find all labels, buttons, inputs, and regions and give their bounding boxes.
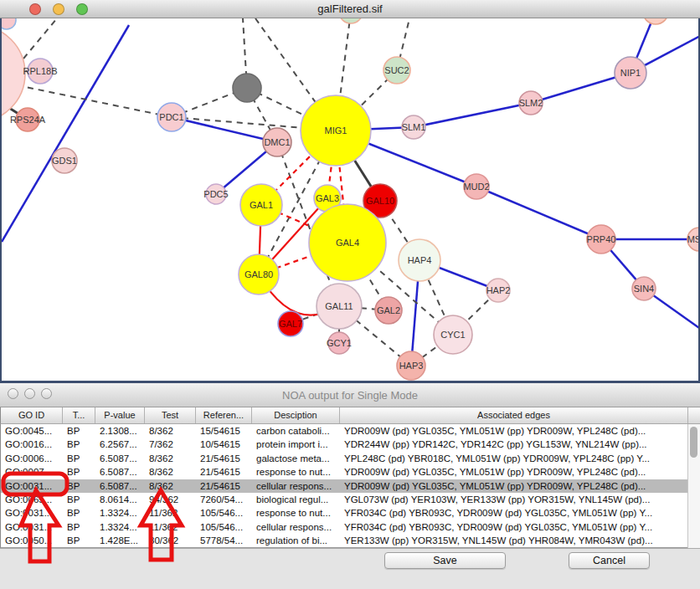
node-label: GAL1	[250, 200, 273, 210]
cell-p_value: 6.5087...	[95, 479, 145, 493]
node-dmc1[interactable]: DMC1	[263, 128, 291, 156]
node-label: GAL2	[377, 305, 400, 315]
node-label: CYC1	[440, 330, 465, 340]
network-window-title: galFiltered.sif	[0, 3, 700, 15]
table-row[interactable]: GO:0045...BP2.1308...8/36215/54615carbon…	[1, 424, 700, 438]
table-row[interactable]: GO:0006...BP6.5087...8/36221/54615galact…	[1, 452, 700, 465]
cell-test: 8/362	[145, 452, 196, 465]
node-label: HAP3	[399, 361, 424, 371]
node-label: HAP4	[408, 255, 432, 265]
node-label: SLM1	[402, 122, 426, 132]
cell-type: BP	[63, 534, 95, 547]
node-gcy1[interactable]: GCY1	[327, 332, 352, 354]
edge-blue[interactable]	[414, 103, 531, 127]
scrollbar-thumb[interactable]	[690, 427, 697, 458]
results-table-header: GO IDT...P-valueTestReferen...Desciption…	[0, 407, 700, 424]
table-row[interactable]: GO:0016...BP6.2567...7/36210/54615protei…	[1, 438, 700, 451]
cell-description: response to nut...	[252, 465, 340, 479]
node-partial-topcenter[interactable]	[339, 18, 363, 23]
node-slm2[interactable]: SLM2	[519, 91, 543, 115]
node-prp40[interactable]: PRP40	[587, 225, 616, 254]
cell-go_id: GO:0050...	[1, 534, 63, 547]
column-header-p_value[interactable]: P-value	[95, 407, 145, 423]
node-gal80[interactable]: GAL80	[239, 254, 279, 294]
table-row[interactable]: GO:0031...BP6.5087...8/36221/54615cellul…	[1, 479, 700, 493]
table-row[interactable]: GO:0050...BP1.428E...80/3625778/54...reg…	[1, 534, 700, 547]
edge-dash[interactable]	[23, 18, 57, 59]
cell-description: carbon cataboli...	[252, 424, 340, 438]
cell-go_id: GO:0031...	[1, 520, 63, 534]
table-row[interactable]: GO:0031...BP1.3324...11/362105/546...cel…	[1, 520, 700, 534]
noa-panel-titlebar[interactable]: NOA output for Single Mode	[0, 381, 700, 407]
node-gal4[interactable]: GAL4	[309, 204, 386, 281]
column-header-test[interactable]: Test	[145, 407, 196, 423]
column-header-associated_edges[interactable]: Associated edges	[340, 407, 688, 423]
node-msl1[interactable]: MSL1	[687, 228, 698, 251]
cell-test: 7/362	[145, 438, 196, 451]
node-mud2[interactable]: MUD2	[463, 174, 489, 199]
results-table-body: GO:0045...BP2.1308...8/36215/54615carbon…	[0, 424, 700, 548]
cell-reference: 21/54615	[196, 452, 252, 465]
table-row[interactable]: GO:0031...BP1.3324...11/362105/546...res…	[1, 506, 700, 520]
network-window-titlebar[interactable]: galFiltered.sif	[0, 0, 700, 18]
node-label: GCY1	[327, 338, 352, 348]
node-gal1[interactable]: GAL1	[240, 184, 282, 226]
cell-description: biological regul...	[252, 493, 340, 506]
node-rpl18b[interactable]: RPL18B	[23, 59, 58, 84]
cell-type: BP	[63, 465, 95, 479]
cell-go_id: GO:0065...	[1, 493, 63, 506]
node-label: PDC1	[159, 112, 183, 122]
node-label: GAL4	[336, 238, 359, 248]
node-partial-topleft[interactable]	[2, 18, 16, 29]
node-gds1[interactable]: GDS1	[52, 148, 77, 173]
save-button[interactable]: Save	[384, 552, 506, 569]
edge-blue[interactable]	[476, 187, 601, 239]
column-header-reference[interactable]: Referen...	[196, 407, 252, 423]
network-graph[interactable]: RPL18BRPS24AGDS1PDC1DMC1MIG1PDC5SUC2SLM1…	[2, 18, 698, 381]
node-label: DMC1	[264, 137, 290, 147]
node-slm1[interactable]: SLM1	[402, 115, 426, 139]
cell-p_value: 6.5087...	[95, 452, 145, 465]
table-row[interactable]: GO:0065...BP8.0614...94/3627260/54...bio…	[1, 493, 700, 506]
node-hap3[interactable]: HAP3	[397, 351, 425, 380]
cell-associated_edges: YDR009W (pd) YGL035C, YML051W (pp) YDR00…	[340, 479, 688, 493]
node-mig1[interactable]: MIG1	[301, 95, 371, 166]
cancel-button[interactable]: Cancel	[569, 552, 650, 569]
cell-reference: 10/54615	[196, 438, 252, 451]
cell-test: 11/362	[145, 506, 196, 520]
cell-associated_edges: YFR034C (pd) YBR093C, YDR009W (pd) YGL03…	[340, 506, 688, 520]
cell-p_value: 6.5087...	[95, 465, 145, 479]
cell-associated_edges: YFR034C (pd) YBR093C, YDR009W (pd) YGL03…	[340, 520, 688, 534]
node-hap2[interactable]: HAP2	[486, 279, 511, 302]
column-header-description[interactable]: Desciption	[252, 407, 340, 423]
table-row[interactable]: GO:0007...BP6.5087...8/36221/54615respon…	[1, 465, 700, 479]
cell-go_id: GO:0031...	[1, 479, 63, 493]
node-label: GAL10	[366, 196, 394, 206]
cell-test: 94/362	[145, 493, 196, 506]
node-suc2[interactable]: SUC2	[383, 57, 410, 84]
node-label: SUC2	[384, 65, 409, 75]
cell-test: 11/362	[145, 520, 196, 534]
noa-panel-title: NOA output for Single Mode	[0, 389, 700, 402]
node-gal2[interactable]: GAL2	[375, 297, 402, 324]
cell-associated_edges: YDR009W (pd) YGL035C, YML051W (pp) YDR00…	[340, 465, 688, 479]
node-partial-topright[interactable]	[643, 18, 668, 24]
node-hap4[interactable]: HAP4	[399, 239, 440, 281]
cell-description: regulation of bi...	[252, 534, 340, 547]
edge-blue[interactable]	[172, 117, 277, 142]
node-pdc1[interactable]: PDC1	[157, 103, 186, 131]
node-cyc1[interactable]: CYC1	[434, 315, 472, 354]
vertical-scrollbar[interactable]	[687, 424, 700, 548]
node-gal11[interactable]: GAL11	[317, 284, 362, 329]
node-gal7[interactable]: GAL7	[278, 311, 303, 336]
node-sin4[interactable]: SIN4	[632, 277, 656, 300]
node-label: NIP1	[620, 68, 641, 78]
column-header-go_id[interactable]: GO ID	[1, 407, 63, 423]
node-label: GAL80	[244, 269, 273, 279]
application-window: galFiltered.sif RPL18BRPS24AGDS1PDC1DMC1…	[0, 0, 700, 589]
node-gray-unlabeled[interactable]	[233, 74, 261, 102]
column-header-type[interactable]: T...	[63, 407, 95, 423]
node-large-unlabeled[interactable]	[2, 25, 25, 122]
node-nip1[interactable]: NIP1	[615, 57, 646, 89]
network-view[interactable]: RPL18BRPS24AGDS1PDC1DMC1MIG1PDC5SUC2SLM1…	[0, 18, 700, 381]
